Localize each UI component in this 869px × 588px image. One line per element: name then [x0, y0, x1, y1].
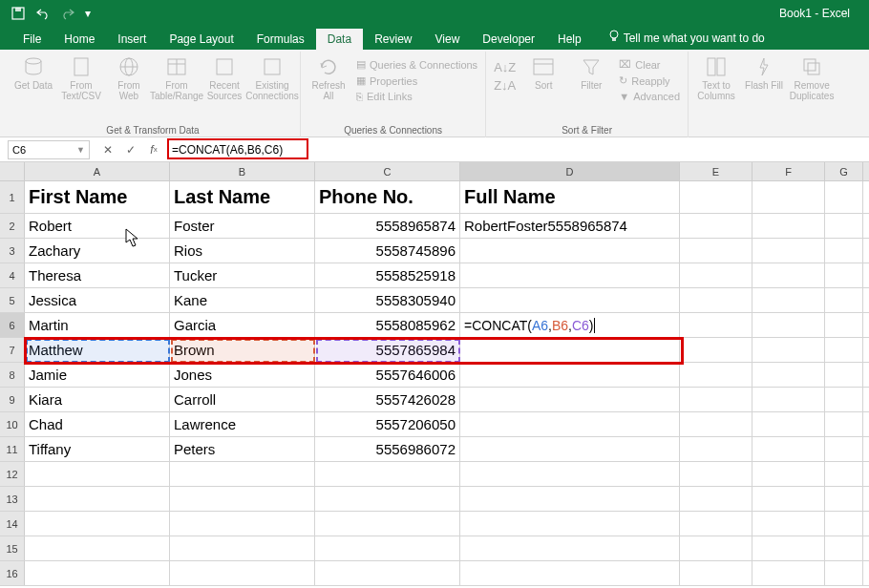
- cell[interactable]: [170, 462, 315, 486]
- cell[interactable]: [825, 214, 863, 238]
- cell[interactable]: Jamie: [25, 363, 170, 387]
- cell[interactable]: [460, 462, 680, 486]
- cell[interactable]: [680, 536, 752, 560]
- cell[interactable]: [460, 487, 680, 511]
- tab-formulas[interactable]: Formulas: [245, 29, 316, 50]
- cell[interactable]: Martin: [25, 313, 170, 337]
- cell[interactable]: [460, 263, 680, 287]
- cell[interactable]: [752, 487, 825, 511]
- cell[interactable]: Carroll: [170, 388, 315, 411]
- existing-conn-button[interactable]: Existing Connections: [250, 55, 294, 101]
- cell[interactable]: Full Name: [460, 181, 680, 213]
- cell[interactable]: [460, 288, 680, 312]
- cell[interactable]: Theresa: [25, 263, 170, 287]
- cell[interactable]: [752, 263, 825, 287]
- cell[interactable]: [680, 487, 752, 511]
- cell[interactable]: First Name: [25, 181, 170, 213]
- cell[interactable]: [825, 512, 863, 536]
- from-web-button[interactable]: From Web: [107, 55, 151, 101]
- cell[interactable]: [460, 363, 680, 387]
- cell[interactable]: [825, 536, 863, 560]
- cell[interactable]: 5558525918: [315, 263, 460, 287]
- cell[interactable]: [825, 388, 863, 411]
- cell[interactable]: [680, 181, 752, 213]
- cell[interactable]: [315, 561, 460, 585]
- cell[interactable]: =CONCAT(A6,B6,C6): [460, 313, 680, 337]
- from-table-button[interactable]: From Table/Range: [155, 55, 199, 101]
- recent-sources-button[interactable]: Recent Sources: [202, 55, 246, 101]
- cell[interactable]: [752, 412, 825, 436]
- cell[interactable]: Zachary: [25, 239, 170, 262]
- cell[interactable]: [170, 536, 315, 560]
- tab-insert[interactable]: Insert: [106, 29, 158, 50]
- remove-dup-button[interactable]: Remove Duplicates: [790, 55, 834, 101]
- cell[interactable]: Chad: [25, 412, 170, 436]
- row-header[interactable]: 14: [0, 512, 25, 536]
- cell[interactable]: [680, 363, 752, 387]
- cell[interactable]: [460, 536, 680, 560]
- cell[interactable]: [680, 561, 752, 585]
- cell[interactable]: Lawrence: [170, 412, 315, 436]
- cell[interactable]: [825, 462, 863, 486]
- cell[interactable]: [680, 462, 752, 486]
- cell[interactable]: [752, 388, 825, 411]
- cell[interactable]: [752, 512, 825, 536]
- row-header[interactable]: 4: [0, 263, 25, 287]
- cell[interactable]: [752, 437, 825, 461]
- cell[interactable]: [825, 181, 863, 213]
- col-header-f[interactable]: F: [752, 162, 825, 180]
- cell[interactable]: [315, 536, 460, 560]
- properties-button[interactable]: ▦Properties: [354, 74, 479, 88]
- refresh-all-button[interactable]: Refresh All: [307, 55, 350, 101]
- fx-icon[interactable]: fx: [145, 141, 162, 158]
- tab-help[interactable]: Help: [546, 29, 593, 50]
- cell[interactable]: Tucker: [170, 263, 315, 287]
- cell[interactable]: [25, 561, 170, 585]
- cell[interactable]: [680, 239, 752, 262]
- cell[interactable]: Robert: [25, 214, 170, 238]
- cell[interactable]: [460, 512, 680, 536]
- cell[interactable]: [752, 363, 825, 387]
- formula-input[interactable]: [168, 140, 869, 159]
- cell[interactable]: [752, 239, 825, 262]
- tab-data[interactable]: Data: [316, 29, 363, 50]
- tab-home[interactable]: Home: [53, 29, 106, 50]
- redo-icon[interactable]: [57, 3, 78, 24]
- queries-conn-button[interactable]: ▤Queries & Connections: [354, 57, 479, 72]
- clear-button[interactable]: ⌧Clear: [617, 57, 682, 72]
- cell[interactable]: [460, 239, 680, 262]
- tab-review[interactable]: Review: [363, 29, 423, 50]
- cancel-icon[interactable]: ✕: [99, 141, 117, 158]
- cell[interactable]: [680, 263, 752, 287]
- col-header-a[interactable]: A: [25, 162, 170, 180]
- cell[interactable]: [460, 561, 680, 585]
- cell[interactable]: 5556986072: [315, 437, 460, 461]
- cell[interactable]: [680, 214, 752, 238]
- cell[interactable]: 5558305940: [315, 288, 460, 312]
- cell[interactable]: [825, 288, 863, 312]
- cell[interactable]: [825, 338, 863, 362]
- cell[interactable]: [825, 363, 863, 387]
- cell[interactable]: [825, 239, 863, 262]
- cell[interactable]: 5557206050: [315, 412, 460, 436]
- cell[interactable]: Last Name: [170, 181, 315, 213]
- cell[interactable]: Garcia: [170, 313, 315, 337]
- cell[interactable]: 5557865984: [315, 338, 460, 362]
- cell[interactable]: 5557426028: [315, 388, 460, 411]
- sort-desc-button[interactable]: Z↓A: [492, 77, 518, 94]
- cell[interactable]: [170, 512, 315, 536]
- cell[interactable]: [752, 313, 825, 337]
- cell[interactable]: [460, 412, 680, 436]
- cell[interactable]: Matthew: [25, 338, 170, 362]
- cell[interactable]: Rios: [170, 239, 315, 262]
- row-header[interactable]: 3: [0, 239, 25, 262]
- cell[interactable]: Kane: [170, 288, 315, 312]
- col-header-c[interactable]: C: [315, 162, 460, 180]
- col-header-b[interactable]: B: [170, 162, 315, 180]
- cell[interactable]: [752, 288, 825, 312]
- cell[interactable]: [680, 412, 752, 436]
- cell[interactable]: 5557646006: [315, 363, 460, 387]
- tab-file[interactable]: File: [11, 29, 53, 50]
- cell[interactable]: Jones: [170, 363, 315, 387]
- edit-links-button[interactable]: ⎘Edit Links: [354, 90, 479, 103]
